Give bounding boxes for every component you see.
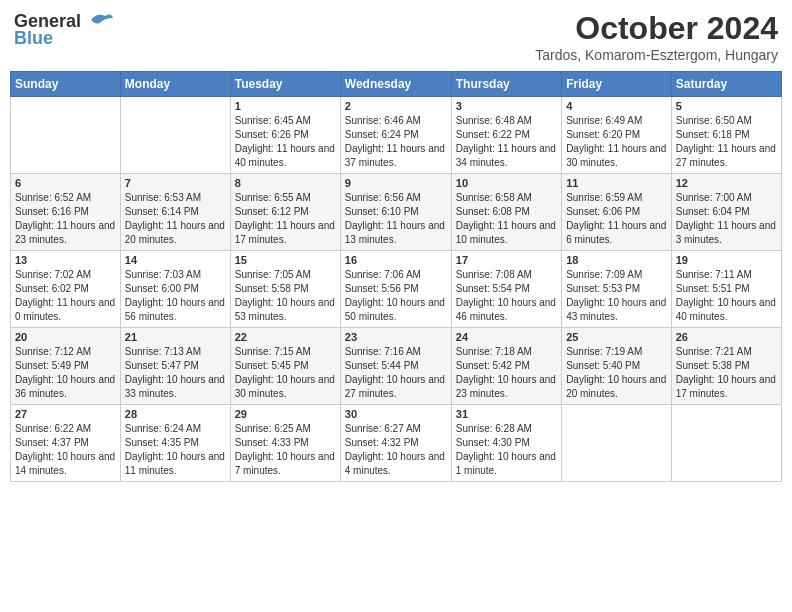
table-row: 5Sunrise: 6:50 AM Sunset: 6:18 PM Daylig… [671,97,781,174]
day-info: Sunrise: 7:18 AM Sunset: 5:42 PM Dayligh… [456,345,557,401]
day-info: Sunrise: 6:59 AM Sunset: 6:06 PM Dayligh… [566,191,667,247]
location: Tardos, Komarom-Esztergom, Hungary [535,47,778,63]
table-row: 21Sunrise: 7:13 AM Sunset: 5:47 PM Dayli… [120,328,230,405]
day-number: 11 [566,177,667,189]
table-row: 9Sunrise: 6:56 AM Sunset: 6:10 PM Daylig… [340,174,451,251]
day-number: 13 [15,254,116,266]
col-saturday: Saturday [671,72,781,97]
day-info: Sunrise: 7:12 AM Sunset: 5:49 PM Dayligh… [15,345,116,401]
table-row: 30Sunrise: 6:27 AM Sunset: 4:32 PM Dayli… [340,405,451,482]
day-number: 2 [345,100,447,112]
day-number: 23 [345,331,447,343]
day-info: Sunrise: 6:25 AM Sunset: 4:33 PM Dayligh… [235,422,336,478]
day-info: Sunrise: 7:03 AM Sunset: 6:00 PM Dayligh… [125,268,226,324]
table-row [562,405,672,482]
table-row: 1Sunrise: 6:45 AM Sunset: 6:26 PM Daylig… [230,97,340,174]
day-info: Sunrise: 6:49 AM Sunset: 6:20 PM Dayligh… [566,114,667,170]
day-number: 7 [125,177,226,189]
day-info: Sunrise: 6:53 AM Sunset: 6:14 PM Dayligh… [125,191,226,247]
table-row: 4Sunrise: 6:49 AM Sunset: 6:20 PM Daylig… [562,97,672,174]
day-info: Sunrise: 7:13 AM Sunset: 5:47 PM Dayligh… [125,345,226,401]
day-number: 19 [676,254,777,266]
day-number: 16 [345,254,447,266]
day-info: Sunrise: 7:19 AM Sunset: 5:40 PM Dayligh… [566,345,667,401]
day-info: Sunrise: 7:02 AM Sunset: 6:02 PM Dayligh… [15,268,116,324]
day-number: 9 [345,177,447,189]
day-info: Sunrise: 6:52 AM Sunset: 6:16 PM Dayligh… [15,191,116,247]
calendar-header-row: Sunday Monday Tuesday Wednesday Thursday… [11,72,782,97]
calendar-week-row: 27Sunrise: 6:22 AM Sunset: 4:37 PM Dayli… [11,405,782,482]
day-number: 29 [235,408,336,420]
day-info: Sunrise: 6:56 AM Sunset: 6:10 PM Dayligh… [345,191,447,247]
table-row: 14Sunrise: 7:03 AM Sunset: 6:00 PM Dayli… [120,251,230,328]
page-header: General Blue October 2024 Tardos, Komaro… [10,10,782,63]
col-thursday: Thursday [451,72,561,97]
month-title: October 2024 [535,10,778,47]
day-info: Sunrise: 6:58 AM Sunset: 6:08 PM Dayligh… [456,191,557,247]
table-row: 6Sunrise: 6:52 AM Sunset: 6:16 PM Daylig… [11,174,121,251]
day-info: Sunrise: 6:27 AM Sunset: 4:32 PM Dayligh… [345,422,447,478]
day-info: Sunrise: 7:09 AM Sunset: 5:53 PM Dayligh… [566,268,667,324]
day-info: Sunrise: 7:06 AM Sunset: 5:56 PM Dayligh… [345,268,447,324]
col-tuesday: Tuesday [230,72,340,97]
calendar-table: Sunday Monday Tuesday Wednesday Thursday… [10,71,782,482]
day-number: 20 [15,331,116,343]
day-number: 14 [125,254,226,266]
table-row: 11Sunrise: 6:59 AM Sunset: 6:06 PM Dayli… [562,174,672,251]
day-number: 8 [235,177,336,189]
table-row: 29Sunrise: 6:25 AM Sunset: 4:33 PM Dayli… [230,405,340,482]
calendar-week-row: 13Sunrise: 7:02 AM Sunset: 6:02 PM Dayli… [11,251,782,328]
day-number: 25 [566,331,667,343]
calendar-week-row: 6Sunrise: 6:52 AM Sunset: 6:16 PM Daylig… [11,174,782,251]
day-number: 1 [235,100,336,112]
day-info: Sunrise: 7:16 AM Sunset: 5:44 PM Dayligh… [345,345,447,401]
title-block: October 2024 Tardos, Komarom-Esztergom, … [535,10,778,63]
day-info: Sunrise: 6:45 AM Sunset: 6:26 PM Dayligh… [235,114,336,170]
day-info: Sunrise: 6:28 AM Sunset: 4:30 PM Dayligh… [456,422,557,478]
table-row: 27Sunrise: 6:22 AM Sunset: 4:37 PM Dayli… [11,405,121,482]
col-wednesday: Wednesday [340,72,451,97]
table-row: 23Sunrise: 7:16 AM Sunset: 5:44 PM Dayli… [340,328,451,405]
table-row: 19Sunrise: 7:11 AM Sunset: 5:51 PM Dayli… [671,251,781,328]
col-sunday: Sunday [11,72,121,97]
table-row: 24Sunrise: 7:18 AM Sunset: 5:42 PM Dayli… [451,328,561,405]
table-row: 17Sunrise: 7:08 AM Sunset: 5:54 PM Dayli… [451,251,561,328]
day-info: Sunrise: 6:48 AM Sunset: 6:22 PM Dayligh… [456,114,557,170]
table-row: 18Sunrise: 7:09 AM Sunset: 5:53 PM Dayli… [562,251,672,328]
table-row: 3Sunrise: 6:48 AM Sunset: 6:22 PM Daylig… [451,97,561,174]
table-row: 8Sunrise: 6:55 AM Sunset: 6:12 PM Daylig… [230,174,340,251]
table-row: 25Sunrise: 7:19 AM Sunset: 5:40 PM Dayli… [562,328,672,405]
table-row: 2Sunrise: 6:46 AM Sunset: 6:24 PM Daylig… [340,97,451,174]
table-row [671,405,781,482]
table-row: 20Sunrise: 7:12 AM Sunset: 5:49 PM Dayli… [11,328,121,405]
table-row: 13Sunrise: 7:02 AM Sunset: 6:02 PM Dayli… [11,251,121,328]
day-number: 4 [566,100,667,112]
day-info: Sunrise: 6:22 AM Sunset: 4:37 PM Dayligh… [15,422,116,478]
calendar-week-row: 20Sunrise: 7:12 AM Sunset: 5:49 PM Dayli… [11,328,782,405]
day-number: 24 [456,331,557,343]
table-row: 12Sunrise: 7:00 AM Sunset: 6:04 PM Dayli… [671,174,781,251]
day-number: 30 [345,408,447,420]
table-row: 10Sunrise: 6:58 AM Sunset: 6:08 PM Dayli… [451,174,561,251]
day-number: 18 [566,254,667,266]
day-info: Sunrise: 7:05 AM Sunset: 5:58 PM Dayligh… [235,268,336,324]
logo-bird-icon [83,10,113,32]
day-number: 21 [125,331,226,343]
table-row: 16Sunrise: 7:06 AM Sunset: 5:56 PM Dayli… [340,251,451,328]
day-number: 17 [456,254,557,266]
day-info: Sunrise: 7:11 AM Sunset: 5:51 PM Dayligh… [676,268,777,324]
day-number: 12 [676,177,777,189]
calendar-week-row: 1Sunrise: 6:45 AM Sunset: 6:26 PM Daylig… [11,97,782,174]
day-info: Sunrise: 7:15 AM Sunset: 5:45 PM Dayligh… [235,345,336,401]
day-number: 22 [235,331,336,343]
day-number: 3 [456,100,557,112]
day-number: 27 [15,408,116,420]
table-row: 26Sunrise: 7:21 AM Sunset: 5:38 PM Dayli… [671,328,781,405]
day-info: Sunrise: 6:24 AM Sunset: 4:35 PM Dayligh… [125,422,226,478]
col-monday: Monday [120,72,230,97]
table-row: 28Sunrise: 6:24 AM Sunset: 4:35 PM Dayli… [120,405,230,482]
day-number: 10 [456,177,557,189]
table-row: 15Sunrise: 7:05 AM Sunset: 5:58 PM Dayli… [230,251,340,328]
day-info: Sunrise: 7:00 AM Sunset: 6:04 PM Dayligh… [676,191,777,247]
table-row: 7Sunrise: 6:53 AM Sunset: 6:14 PM Daylig… [120,174,230,251]
